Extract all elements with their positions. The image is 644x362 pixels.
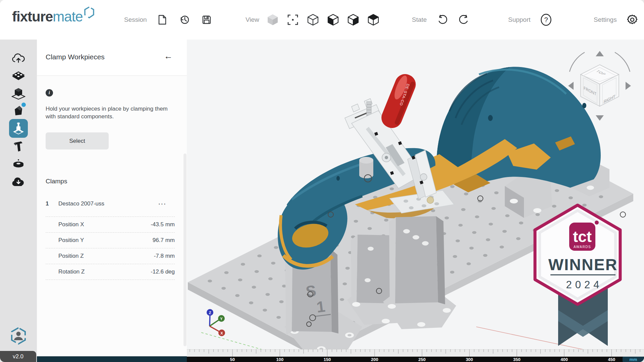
back-arrow-button[interactable]: ← — [164, 52, 173, 60]
award-year: 2024 — [566, 279, 603, 291]
clamp-index: 1 — [46, 200, 58, 207]
version-badge: v2.0 — [0, 351, 36, 362]
baseplate-icon — [11, 71, 25, 81]
logo-hexagon-icon — [84, 6, 95, 21]
svg-text:350: 350 — [513, 357, 521, 362]
select-button[interactable]: Select — [46, 132, 109, 149]
property-row-position-z[interactable]: Position Z -7.8 mm — [46, 248, 175, 264]
svg-text:tct: tct — [573, 228, 592, 245]
property-label: Position X — [58, 221, 84, 228]
washer-icon — [12, 159, 25, 171]
clamp-workpieces-panel: Clamp Workpieces ← i Hold your workpiece… — [37, 40, 187, 356]
new-session-button[interactable] — [156, 13, 169, 26]
left-view-icon[interactable] — [326, 13, 340, 26]
svg-text:300: 300 — [466, 357, 473, 362]
support-label: Support — [508, 16, 531, 23]
panel-title: Clamp Workpieces — [46, 53, 105, 61]
svg-text:X: X — [220, 331, 223, 335]
zoom-fit-icon[interactable] — [286, 13, 300, 26]
rotate-up-arrow — [596, 51, 604, 56]
settings-gear-button[interactable] — [626, 13, 639, 26]
sidebar-item-workpiece[interactable] — [9, 84, 28, 103]
info-icon: i — [46, 89, 53, 97]
award-title: WINNER — [548, 256, 618, 274]
svg-text:100: 100 — [276, 357, 283, 362]
app-logo: fixturemate — [12, 9, 95, 25]
bottom-ruler: 50100150200250300350400450 mm — [187, 349, 644, 362]
clamp-tool-icon — [12, 122, 25, 135]
state-group: State — [412, 0, 471, 40]
ruler-unit: mm — [629, 357, 637, 362]
logo-text-fixture: fixture — [12, 9, 53, 25]
axis-gizmo: Z Y X — [207, 309, 225, 336]
svg-text:S: S — [305, 282, 317, 300]
property-row-position-y[interactable]: Position Y 96.7 mm — [46, 232, 175, 248]
settings-label: Settings — [594, 16, 617, 23]
rotate-left-arrow — [568, 82, 574, 90]
session-label: Session — [124, 16, 147, 23]
session-group: Session — [124, 0, 213, 40]
svg-text:150: 150 — [324, 357, 331, 362]
property-value[interactable]: -43.5 mm — [151, 221, 175, 228]
sidebar-item-upload[interactable] — [9, 49, 28, 67]
workpiece-icon — [11, 87, 25, 100]
property-row-position-x[interactable]: Position X -43.5 mm — [46, 217, 175, 232]
state-label: State — [412, 16, 427, 23]
sidebar-item-export[interactable] — [9, 172, 28, 191]
sidebar-item-washers[interactable] — [9, 155, 28, 174]
view-label: View — [246, 16, 259, 23]
support-group: Support ? — [508, 0, 553, 40]
top-toolbar: fixturemate Session View — [0, 0, 644, 40]
undo-button[interactable] — [435, 13, 449, 26]
clamp-list-item[interactable]: 1 Destaco 2007-uss ... — [46, 200, 166, 207]
property-value[interactable]: 96.7 mm — [153, 237, 175, 244]
clamp-handle: DE-STA-CO — [378, 71, 419, 131]
roll-ccw-arc — [570, 52, 585, 72]
property-value[interactable]: -12.6 deg — [151, 268, 175, 275]
property-row-rotation-z[interactable]: Rotation Z -12.6 deg — [46, 264, 175, 280]
sidebar-item-baseplate[interactable] — [9, 66, 28, 85]
clamp-options-menu[interactable]: ... — [158, 198, 166, 206]
svg-text:50: 50 — [230, 357, 235, 362]
panel-scrollbar[interactable] — [183, 154, 186, 346]
clamps-heading: Clamps — [46, 178, 67, 185]
session-history-button[interactable] — [178, 13, 191, 26]
clamp-properties: Position X -43.5 mm Position Y 96.7 mm P… — [46, 217, 175, 280]
bolt-icon — [12, 140, 24, 153]
rotate-right-arrow — [626, 82, 631, 90]
property-label: Rotation Z — [58, 268, 85, 275]
property-label: Position Z — [58, 253, 84, 259]
svg-text:AWARDS: AWARDS — [574, 245, 591, 249]
settings-group: Settings — [594, 0, 639, 40]
top-view-icon[interactable] — [367, 13, 380, 26]
svg-text:Y: Y — [220, 317, 223, 321]
sidebar-item-supports[interactable] — [9, 101, 28, 120]
clamp-name[interactable]: Destaco 2007-uss — [58, 200, 104, 207]
svg-text:450: 450 — [608, 357, 615, 362]
svg-text:250: 250 — [418, 357, 426, 362]
viewport-3d[interactable]: S 1 — [187, 40, 644, 362]
sidebar-item-bolts[interactable] — [9, 137, 28, 156]
svg-text:400: 400 — [560, 357, 568, 362]
view-group: View — [246, 0, 380, 40]
right-view-icon[interactable] — [346, 13, 360, 26]
tool-sidebar — [0, 40, 37, 362]
notification-dot — [21, 103, 26, 107]
cloud-upload-icon — [12, 53, 25, 63]
help-button[interactable]: ? — [539, 13, 553, 26]
user-avatar[interactable] — [10, 327, 27, 345]
shaded-view-icon[interactable] — [266, 13, 279, 26]
scene-canvas[interactable]: S 1 — [187, 40, 644, 362]
redo-button[interactable] — [458, 13, 471, 26]
roll-cw-arc — [615, 52, 630, 72]
rotate-down-arrow — [596, 115, 604, 121]
property-value[interactable]: -7.8 mm — [154, 253, 175, 259]
panel-bottom-bar — [37, 356, 187, 362]
logo-text-mate: mate — [53, 9, 83, 25]
sidebar-item-clamps[interactable] — [9, 119, 28, 138]
svg-text:?: ? — [544, 16, 548, 23]
wireframe-view-icon[interactable] — [306, 13, 320, 26]
panel-description: Hold your workpieces in place by clampin… — [46, 105, 173, 121]
save-session-button[interactable] — [200, 13, 213, 26]
app-window: fixturemate Session View — [0, 0, 644, 362]
